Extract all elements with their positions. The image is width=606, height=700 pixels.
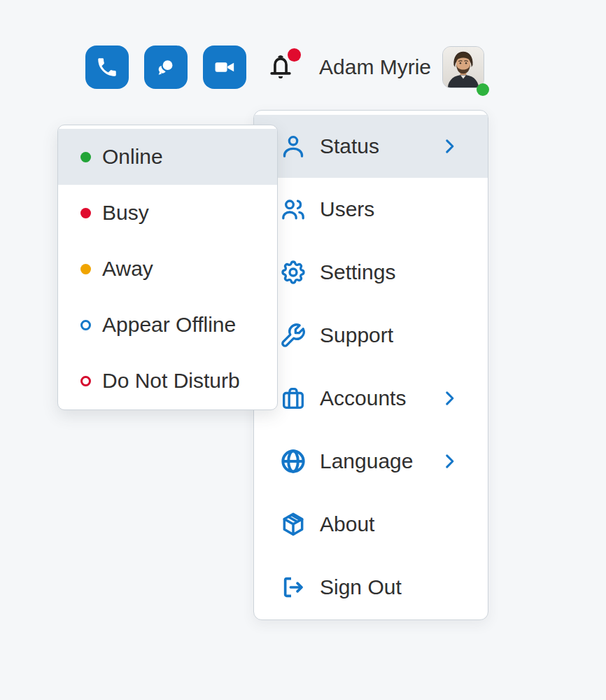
menu-item-sign-out[interactable]: Sign Out <box>254 556 488 619</box>
menu-item-language[interactable]: Language <box>254 430 488 493</box>
user-menu: Status Users Settings <box>253 110 488 620</box>
avatar-presence-dot <box>477 83 489 96</box>
status-option-busy[interactable]: Busy <box>58 185 277 241</box>
wrench-icon <box>279 321 307 349</box>
online-dot-icon <box>80 152 91 162</box>
briefcase-icon <box>279 384 307 412</box>
video-call-button[interactable] <box>203 46 246 89</box>
gear-icon <box>279 258 307 286</box>
status-option-label: Do Not Disturb <box>102 369 240 393</box>
dnd-ring-icon <box>80 376 91 386</box>
video-camera-icon <box>213 55 237 79</box>
phone-icon <box>95 55 119 79</box>
status-submenu: Online Busy Away Appear Offline Do Not D… <box>57 125 278 410</box>
chevron-right-icon <box>440 452 458 470</box>
status-option-label: Away <box>102 257 153 281</box>
chat-button[interactable] <box>144 46 188 89</box>
menu-item-label: About <box>320 512 374 536</box>
menu-item-status[interactable]: Status <box>254 115 488 178</box>
away-dot-icon <box>80 264 91 274</box>
person-icon <box>279 132 307 160</box>
menu-item-label: Sign Out <box>320 575 402 599</box>
avatar[interactable] <box>442 46 484 88</box>
notifications-button[interactable] <box>265 51 297 83</box>
menu-item-label: Settings <box>320 260 395 284</box>
menu-item-about[interactable]: About <box>254 493 488 556</box>
user-name: Adam Myrie <box>319 55 431 79</box>
busy-dot-icon <box>80 208 91 218</box>
status-option-label: Online <box>102 145 163 169</box>
package-icon <box>279 510 307 538</box>
chevron-right-icon <box>440 137 458 155</box>
chat-bubbles-icon <box>154 55 178 79</box>
status-option-away[interactable]: Away <box>58 241 277 297</box>
offline-ring-icon <box>80 320 91 330</box>
user-menu-trigger[interactable]: Adam Myrie <box>319 46 431 88</box>
menu-item-label: Users <box>320 197 374 221</box>
menu-item-users[interactable]: Users <box>254 178 488 241</box>
menu-item-label: Accounts <box>320 386 406 410</box>
notification-badge <box>288 48 301 62</box>
menu-item-settings[interactable]: Settings <box>254 241 488 304</box>
chevron-right-icon <box>440 389 458 407</box>
status-option-label: Busy <box>102 201 149 225</box>
globe-icon <box>279 447 307 475</box>
status-option-appear-offline[interactable]: Appear Offline <box>58 297 277 353</box>
menu-item-label: Status <box>320 134 379 158</box>
menu-item-label: Language <box>320 449 413 473</box>
call-button[interactable] <box>85 46 129 89</box>
avatar-image <box>443 47 484 88</box>
people-icon <box>279 195 307 223</box>
menu-item-label: Support <box>320 323 393 347</box>
status-option-online[interactable]: Online <box>58 129 277 185</box>
menu-item-support[interactable]: Support <box>254 304 488 367</box>
status-option-label: Appear Offline <box>102 313 236 337</box>
sign-out-icon <box>279 573 307 601</box>
status-option-do-not-disturb[interactable]: Do Not Disturb <box>58 353 277 409</box>
menu-item-accounts[interactable]: Accounts <box>254 367 488 430</box>
